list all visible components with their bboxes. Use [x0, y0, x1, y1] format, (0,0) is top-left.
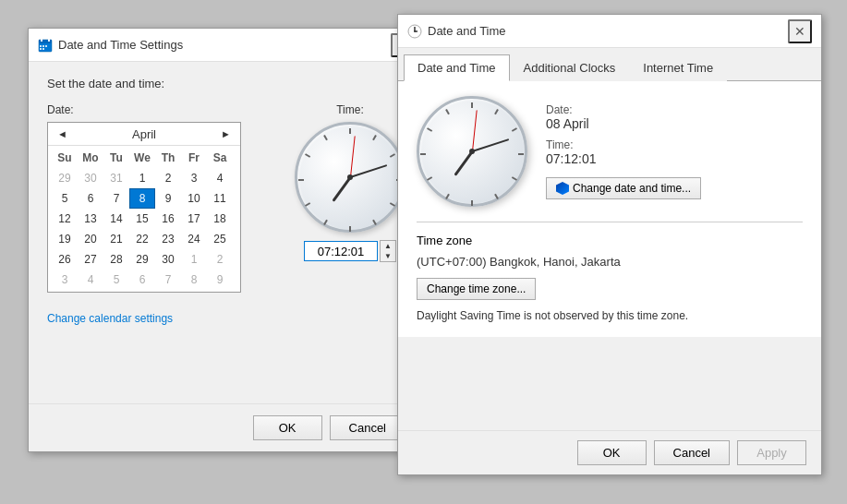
cal-day[interactable]: 12 [52, 209, 78, 229]
svg-point-12 [414, 30, 416, 32]
cancel-button-1[interactable]: Cancel [330, 415, 405, 440]
tab-internet-time[interactable]: Internet Time [629, 54, 727, 81]
hour-hand-2 [454, 150, 473, 176]
cancel-button-2[interactable]: Cancel [654, 440, 730, 465]
cal-day[interactable]: 28 [103, 249, 129, 270]
cal-day[interactable]: 15 [129, 209, 155, 229]
tick-2 [390, 153, 395, 158]
tick [427, 127, 432, 132]
cal-header-tu: Tu [103, 148, 129, 168]
time-input[interactable] [304, 241, 378, 261]
date-info: Date: 08 April [546, 103, 701, 131]
tick-1 [372, 135, 377, 140]
window2-body: Date: 08 April Time: 07:12:01 Change dat… [398, 81, 821, 337]
date-time-display: Date: 08 April Time: 07:12:01 Change dat… [417, 96, 803, 207]
cal-day[interactable]: 14 [103, 209, 129, 229]
cal-day[interactable]: 23 [155, 229, 181, 249]
tick-7 [323, 220, 328, 225]
cal-day[interactable]: 1 [181, 249, 207, 270]
cal-day[interactable]: 26 [52, 249, 78, 270]
ok-button-1[interactable]: OK [253, 415, 322, 440]
cal-header-fr: Fr [181, 148, 207, 168]
cal-week-2: 5 6 7 8 9 10 11 [52, 188, 236, 209]
cal-day[interactable]: 31 [103, 168, 129, 188]
cal-day[interactable]: 29 [52, 168, 78, 188]
close-button-2[interactable]: ✕ [788, 19, 812, 43]
cal-day[interactable]: 13 [78, 209, 103, 229]
cal-day[interactable]: 1 [129, 168, 155, 188]
cal-day[interactable]: 6 [78, 188, 103, 209]
time-section: Time: [295, 103, 405, 293]
tick-10 [305, 153, 310, 158]
tick-6 [349, 226, 351, 232]
date-time-settings-window: Date and Time Settings ✕ Set the date an… [28, 28, 425, 452]
cal-day[interactable]: 8 [181, 270, 207, 290]
ok-button-2[interactable]: OK [577, 440, 647, 465]
change-date-time-button[interactable]: Change date and time... [546, 177, 701, 199]
cal-day[interactable]: 7 [155, 270, 181, 290]
dst-note: Daylight Saving Time is not observed by … [417, 309, 803, 322]
svg-rect-3 [48, 39, 50, 42]
tab-additional-clocks[interactable]: Additional Clocks [510, 54, 630, 81]
cal-day[interactable]: 18 [207, 209, 233, 229]
cal-day[interactable]: 17 [181, 209, 207, 229]
cal-day[interactable]: 3 [52, 270, 78, 290]
tick-12 [349, 128, 351, 134]
tab-date-time[interactable]: Date and Time [404, 54, 510, 81]
cal-week-3: 12 13 14 15 16 17 18 [52, 209, 236, 229]
window2-footer: OK Cancel Apply [398, 430, 821, 474]
date-time-info: Date: 08 April Time: 07:12:01 Change dat… [546, 103, 701, 199]
tick-8 [305, 202, 310, 207]
cal-day[interactable]: 4 [78, 270, 103, 290]
cal-day[interactable]: 2 [207, 249, 233, 270]
time-info-value: 07:12:01 [546, 151, 701, 166]
clock-icon [407, 24, 422, 39]
cal-day[interactable]: 29 [129, 249, 155, 270]
prev-month-button[interactable]: ◄ [54, 126, 71, 141]
cal-day[interactable]: 22 [129, 229, 155, 249]
calendar-header-row: Su Mo Tu We Th Fr Sa [52, 148, 236, 168]
cal-week-1: 29 30 31 1 2 3 4 [52, 168, 236, 188]
cal-week-5: 26 27 28 29 30 1 2 [52, 249, 236, 270]
time-spinner: ▲ ▼ [380, 240, 396, 262]
cal-day[interactable]: 9 [155, 188, 181, 209]
svg-rect-5 [42, 45, 44, 47]
analog-clock-2 [417, 96, 527, 207]
time-increment-button[interactable]: ▲ [381, 241, 395, 251]
change-timezone-button[interactable]: Change time zone... [417, 278, 536, 300]
cal-day[interactable]: 5 [103, 270, 129, 290]
svg-rect-2 [41, 39, 42, 42]
cal-day[interactable]: 6 [129, 270, 155, 290]
cal-day[interactable]: 27 [78, 249, 103, 270]
cal-day-today[interactable]: 8 [129, 188, 155, 209]
cal-day[interactable]: 11 [207, 188, 233, 209]
tick-5 [372, 220, 377, 225]
cal-day[interactable]: 2 [155, 168, 181, 188]
cal-day[interactable]: 21 [103, 229, 129, 249]
cal-day[interactable]: 7 [103, 188, 129, 209]
svg-rect-4 [40, 45, 42, 47]
cal-day[interactable]: 10 [181, 188, 207, 209]
change-calendar-link[interactable]: Change calendar settings [47, 312, 173, 325]
cal-day[interactable]: 20 [78, 229, 103, 249]
cal-day[interactable]: 5 [52, 188, 78, 209]
cal-day[interactable]: 9 [207, 270, 233, 290]
time-decrement-button[interactable]: ▼ [381, 251, 395, 261]
cal-day[interactable]: 30 [155, 249, 181, 270]
next-month-button[interactable]: ► [217, 126, 235, 141]
cal-day[interactable]: 25 [207, 229, 233, 249]
tick [494, 194, 499, 199]
cal-day[interactable]: 16 [155, 209, 181, 229]
time-label: Time: [336, 103, 364, 116]
cal-header-su: Su [52, 148, 78, 168]
cal-day[interactable]: 3 [181, 168, 207, 188]
cal-day[interactable]: 24 [181, 229, 207, 249]
cal-header-we: We [129, 148, 155, 168]
window1-title: Date and Time Settings [58, 38, 391, 52]
tick [512, 127, 517, 132]
cal-day[interactable]: 19 [52, 229, 78, 249]
cal-day[interactable]: 4 [207, 168, 233, 188]
clock-center-2 [469, 149, 475, 154]
cal-day[interactable]: 30 [78, 168, 103, 188]
tick [494, 109, 499, 114]
